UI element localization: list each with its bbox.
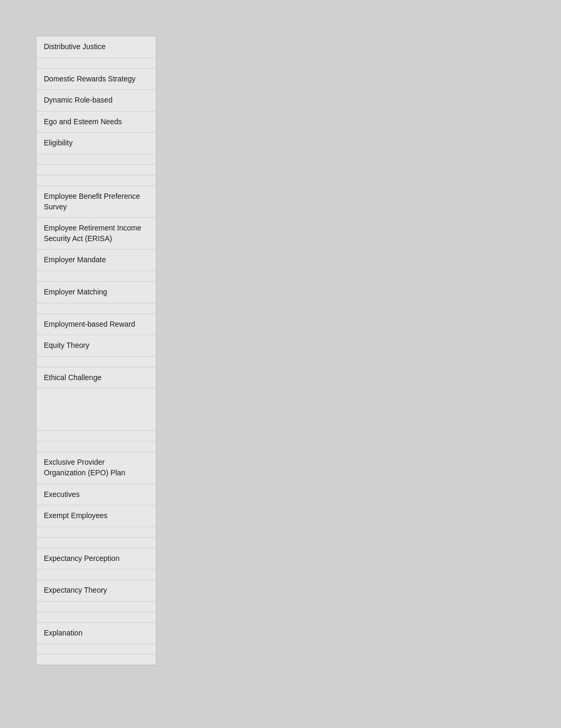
list-item[interactable]: Employer Matching: [36, 282, 156, 303]
list-item[interactable]: Employer Mandate: [36, 250, 156, 271]
list-item[interactable]: Ethical Challenge: [36, 367, 156, 389]
list-spacer: [36, 644, 156, 655]
list-item[interactable]: Expectancy Perception: [36, 548, 156, 570]
list-spacer: [36, 303, 156, 314]
list-item[interactable]: Expectancy Theory: [36, 580, 156, 602]
list-spacer: [36, 538, 156, 548]
list-item[interactable]: Distributive Justice: [36, 36, 156, 58]
list-spacer: [36, 655, 156, 665]
list-item[interactable]: Dynamic Role-based: [36, 90, 156, 112]
list-spacer: [36, 441, 156, 452]
list-item[interactable]: Equity Theory: [36, 335, 156, 357]
list-item[interactable]: Exempt Employees: [36, 505, 156, 527]
list-spacer: [36, 527, 156, 538]
list-item[interactable]: Exclusive Provider Organization (EPO) Pl…: [36, 452, 156, 484]
list-item[interactable]: Employee Retirement Income Security Act …: [36, 218, 156, 250]
list-item[interactable]: Eligibility: [36, 133, 156, 154]
sidebar: Distributive JusticeDomestic Rewards Str…: [36, 36, 156, 666]
list-spacer: [36, 357, 156, 367]
list-spacer: [36, 389, 156, 431]
list-item[interactable]: Executives: [36, 484, 156, 506]
list-spacer: [36, 602, 156, 612]
list-spacer: [36, 431, 156, 441]
list-spacer: [36, 58, 156, 69]
list-item[interactable]: Domestic Rewards Strategy: [36, 69, 156, 90]
list-item[interactable]: Explanation: [36, 623, 156, 644]
list-spacer: [36, 176, 156, 186]
list-spacer: [36, 154, 156, 165]
list-spacer: [36, 612, 156, 623]
list-item[interactable]: Ego and Esteem Needs: [36, 112, 156, 133]
list-item[interactable]: Employment-based Reward: [36, 314, 156, 336]
list-spacer: [36, 271, 156, 282]
list-item[interactable]: Employee Benefit Preference Survey: [36, 186, 156, 218]
list-spacer: [36, 165, 156, 176]
list-spacer: [36, 569, 156, 580]
